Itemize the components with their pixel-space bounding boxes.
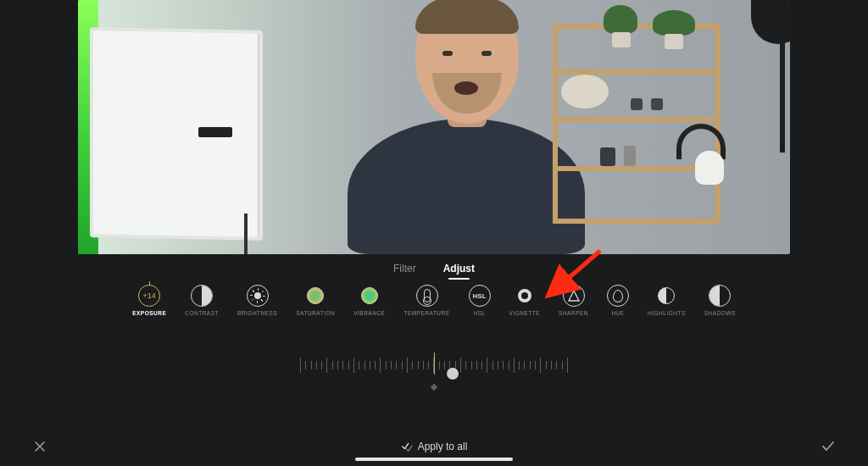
apply-to-all-button[interactable]: Apply to all	[401, 441, 468, 452]
apply-all-icon	[401, 441, 413, 452]
contrast-icon	[191, 285, 213, 307]
adjust-hsl[interactable]: HSL HSL	[469, 285, 491, 316]
preview-shelf	[553, 24, 721, 224]
tab-filter[interactable]: Filter	[393, 263, 416, 278]
exposure-label: EXPOSURE	[132, 310, 166, 316]
highlights-icon	[655, 285, 677, 307]
tab-adjust[interactable]: Adjust	[443, 263, 475, 278]
adjust-temperature[interactable]: TEMPERATURE	[403, 285, 449, 316]
adjust-exposure[interactable]: +14 EXPOSURE	[132, 285, 166, 316]
preview-webcam	[198, 127, 232, 137]
apply-to-all-label: Apply to all	[418, 441, 468, 452]
adjust-sharpen[interactable]: SHARPEN	[559, 285, 588, 316]
sharpen-icon	[563, 285, 585, 307]
adjust-vignette[interactable]: VIGNETTE	[509, 285, 541, 316]
sharpen-label: SHARPEN	[559, 310, 588, 316]
brightness-label: BRIGHTNESS	[237, 310, 277, 316]
slider-center-marker	[431, 384, 437, 391]
adjust-shadows[interactable]: SHADOWS	[704, 285, 736, 316]
slider-center-tick	[434, 352, 435, 374]
preview-whiteboard-leg	[244, 214, 248, 254]
vibrance-label: VIBRANCE	[353, 310, 385, 316]
hsl-label: HSL	[474, 310, 486, 316]
exposure-value: +14	[143, 291, 156, 300]
close-icon	[33, 440, 47, 453]
adjust-slider[interactable]	[300, 351, 568, 385]
slider-knob[interactable]	[447, 368, 459, 380]
adjust-hue[interactable]: HUE	[607, 285, 629, 316]
vignette-label: VIGNETTE	[509, 310, 541, 316]
preview-whiteboard	[90, 27, 263, 241]
home-indicator	[355, 458, 513, 461]
temperature-icon	[416, 285, 438, 307]
exposure-icon: +14	[138, 285, 160, 307]
hue-icon	[607, 285, 629, 307]
highlights-label: HIGHLIGHTS	[648, 310, 686, 316]
hsl-icon: HSL	[469, 285, 491, 307]
video-editor-adjust-screen: Filter Adjust +14 EXPOSURE CONTRAST BRIG…	[0, 0, 868, 466]
contrast-label: CONTRAST	[185, 310, 219, 316]
saturation-icon	[304, 285, 326, 307]
adjustment-row: +14 EXPOSURE CONTRAST BRIGHTNESS SATURAT…	[0, 285, 868, 316]
shadows-label: SHADOWS	[704, 310, 736, 316]
vignette-icon	[514, 285, 536, 307]
confirm-button[interactable]	[819, 437, 837, 456]
adjust-vibrance[interactable]: VIBRANCE	[353, 285, 385, 316]
adjust-highlights[interactable]: HIGHLIGHTS	[648, 285, 686, 316]
check-icon	[820, 438, 837, 455]
svg-marker-0	[569, 291, 579, 301]
brightness-icon	[247, 285, 269, 307]
effect-tabs: Filter Adjust	[0, 263, 868, 278]
hue-label: HUE	[611, 310, 624, 316]
adjust-brightness[interactable]: BRIGHTNESS	[237, 285, 277, 316]
temperature-label: TEMPERATURE	[403, 310, 449, 316]
saturation-label: SATURATION	[296, 310, 335, 316]
vibrance-icon	[359, 285, 381, 307]
video-preview[interactable]	[78, 0, 790, 254]
adjust-contrast[interactable]: CONTRAST	[185, 285, 219, 316]
adjust-slider-wrap	[0, 351, 868, 385]
preview-lamp	[746, 0, 790, 153]
shadows-icon	[709, 285, 731, 307]
cancel-button[interactable]	[31, 437, 49, 456]
adjust-saturation[interactable]: SATURATION	[296, 285, 335, 316]
